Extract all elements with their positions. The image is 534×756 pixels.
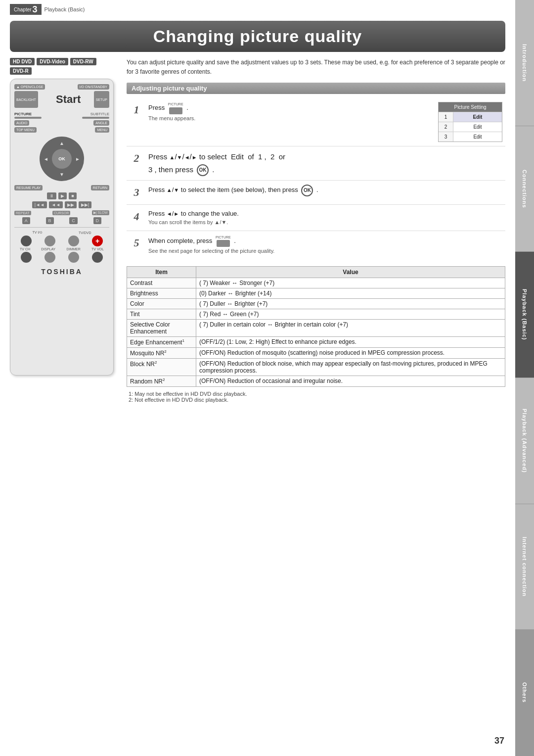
- picture-btn-label-5: PICTURE: [216, 235, 231, 240]
- remote-picture-row: PICTURE SUBTITLE: [14, 109, 109, 119]
- repeat-button[interactable]: REPEAT: [14, 211, 31, 215]
- menu-button[interactable]: MENU: [95, 127, 109, 133]
- breadcrumb: Chapter 3 Playback (Basic): [0, 0, 515, 19]
- nav-up-icon[interactable]: ▲: [59, 141, 64, 146]
- step-2-text: Press ▲/▼/◄/► to select Edit of 1 , 2 or…: [148, 150, 502, 176]
- sidebar-tab-connections[interactable]: Connections: [515, 126, 534, 252]
- remote-control: ▲ OPEN/CLOSE I/O ON/STANDBY BACKLIGHT St…: [10, 79, 114, 376]
- open-close-button[interactable]: ▲ OPEN/CLOSE: [14, 84, 45, 90]
- toshiba-logo: TOSHIBA: [14, 268, 109, 276]
- b-button[interactable]: B: [46, 217, 54, 224]
- step-3-num: 3: [130, 185, 143, 200]
- remote-audio-row: AUDIO ANGLE: [14, 120, 109, 126]
- remote-bottom: TV I/⊙ TV/DVD + TV CH DISPLAY DIMMER TV …: [14, 227, 109, 263]
- sidebar-tab-internet-connection[interactable]: Internet connection: [515, 504, 534, 630]
- subtitle-button[interactable]: [82, 117, 109, 119]
- display-button[interactable]: [44, 252, 55, 263]
- steps-container: 1 Picture Setting 1 Edit 2 Edit: [127, 98, 505, 259]
- backlight-button[interactable]: BACKLIGHT: [14, 91, 38, 108]
- step-5-num: 5: [130, 235, 143, 251]
- step-2-num: 2: [130, 150, 143, 166]
- dimmer-button[interactable]: [68, 252, 79, 263]
- step-1: 1 Picture Setting 1 Edit 2 Edit: [127, 98, 505, 146]
- main-content: Chapter 3 Playback (Basic) Changing pict…: [0, 0, 515, 403]
- tv-code-button[interactable]: [68, 236, 79, 246]
- step-5: 5 When complete, press PICTURE . See the…: [127, 231, 505, 259]
- two-column-layout: HD DVD DVD-Video DVD-RW DVD-R ▲ OPEN/CLO…: [0, 58, 515, 403]
- cursor-button[interactable]: CURSOR: [52, 211, 70, 215]
- tv-power-button[interactable]: [21, 236, 32, 246]
- table-cell-value: (OFF/ON) Reduction of mosquito (scatteri…: [196, 347, 505, 358]
- top-menu-button[interactable]: TOP MENU: [14, 127, 37, 133]
- next-chapter-button[interactable]: ▶▶|: [79, 201, 91, 208]
- ok-button[interactable]: OK: [52, 149, 72, 169]
- rewind-button[interactable]: ◄◄: [49, 201, 63, 208]
- step-1-num: 1: [130, 102, 143, 118]
- step-2-content: Press ▲/▼/◄/► to select Edit of 1 , 2 or…: [148, 150, 502, 176]
- tv-labels2: TV CH DISPLAY DIMMER TV VOL: [14, 247, 109, 251]
- tv-label-row: TV I/⊙ TV/DVD: [14, 231, 109, 235]
- table-row: Edge Enhancement1 (OFF/1/2) (1: Low, 2: …: [127, 336, 505, 347]
- ok-circle-step3[interactable]: OK: [301, 185, 313, 196]
- audio-button[interactable]: AUDIO: [14, 120, 29, 126]
- table-header-value: Value: [196, 266, 505, 278]
- table-cell-value: ( 7) Duller in certain color ↔ Brighter …: [196, 319, 505, 336]
- remote-top-row: ▲ OPEN/CLOSE I/O ON/STANDBY: [14, 84, 109, 90]
- tv-mute-button[interactable]: [44, 236, 55, 246]
- arrow-up2-icon: ▲: [167, 187, 172, 193]
- slow-button[interactable]: ▶| SLOW: [92, 210, 109, 215]
- table-cell-item: Contrast: [127, 278, 196, 288]
- return-button[interactable]: RETURN: [91, 185, 109, 190]
- disc-badge-dvdr: DVD-R: [10, 67, 32, 75]
- tvvol-label: TV VOL: [91, 247, 104, 251]
- ps-num-3: 3: [439, 132, 453, 142]
- arrow-down-icon: ▼: [177, 154, 182, 160]
- intro-text: You can adjust picture quality and save …: [127, 58, 505, 77]
- nav-down-icon[interactable]: ▼: [59, 172, 64, 177]
- angle-button[interactable]: ANGLE: [93, 120, 109, 126]
- picture-button[interactable]: [14, 117, 42, 119]
- resume-return-row: RESUME PLAY RETURN: [14, 185, 109, 190]
- sidebar-tab-playback-advanced[interactable]: Playback (Advanced): [515, 378, 534, 504]
- step-1-content: Picture Setting 1 Edit 2 Edit 3: [148, 102, 502, 142]
- table-cell-item: Brightness: [127, 288, 196, 298]
- d-button[interactable]: D: [93, 217, 102, 224]
- ok-circle-step2[interactable]: OK: [197, 164, 209, 176]
- table-cell-item: Color: [127, 298, 196, 309]
- stop-button[interactable]: ■: [69, 192, 76, 199]
- tv-label: TV I/⊙: [32, 231, 43, 235]
- tvdvd-label: TV/DVD: [79, 231, 91, 235]
- tvvol-down-button[interactable]: [92, 252, 103, 263]
- pause-button[interactable]: ⏸: [47, 192, 56, 199]
- tvch-down-button[interactable]: [21, 252, 32, 263]
- c-button[interactable]: C: [69, 217, 78, 224]
- a-button[interactable]: A: [22, 217, 30, 224]
- picture-btn-step1[interactable]: PICTURE: [168, 102, 183, 114]
- setup-button[interactable]: SETUP: [94, 91, 109, 108]
- step-5-content: When complete, press PICTURE . See the n…: [148, 235, 502, 255]
- picture-btn-step5[interactable]: PICTURE: [216, 235, 231, 247]
- sidebar-tab-introduction[interactable]: Introduction: [515, 0, 534, 126]
- ps-row-1: 1 Edit: [439, 112, 502, 122]
- nav-circle[interactable]: ▲ ▼ ◄ ► OK: [40, 137, 84, 181]
- ps-val-2: Edit: [453, 122, 502, 132]
- step-2: 2 Press ▲/▼/◄/► to select Edit of 1 , 2 …: [127, 146, 505, 181]
- remote-menu-row: TOP MENU MENU: [14, 127, 109, 133]
- fast-forward-button[interactable]: ▶▶: [65, 201, 77, 208]
- io-button[interactable]: I/O ON/STANDBY: [78, 84, 109, 90]
- table-cell-value: (OFF/ON) Reduction of occasional and irr…: [196, 376, 505, 386]
- prev-chapter-button[interactable]: |◄◄: [32, 201, 47, 208]
- playback-row: ⏸ ▶ ■: [14, 192, 109, 199]
- table-row: Random NR2 (OFF/ON) Reduction of occasio…: [127, 376, 505, 386]
- play-button[interactable]: ▶: [58, 192, 67, 199]
- nav-left-icon[interactable]: ◄: [44, 156, 48, 162]
- step-4-text: Press ◄/► to change the value.: [148, 209, 502, 219]
- nav-right-icon[interactable]: ►: [75, 156, 80, 162]
- tv-plus-button[interactable]: +: [92, 236, 103, 246]
- tvch-label: TV CH: [20, 247, 30, 251]
- sidebar-tab-playback-basic[interactable]: Playback (Basic): [515, 252, 534, 378]
- tv-row2: [14, 252, 109, 263]
- sidebar-tab-others[interactable]: Others: [515, 630, 534, 756]
- footnote-1: 1: May not be effective in HD DVD disc p…: [129, 391, 503, 397]
- resume-play-button[interactable]: RESUME PLAY: [14, 185, 43, 190]
